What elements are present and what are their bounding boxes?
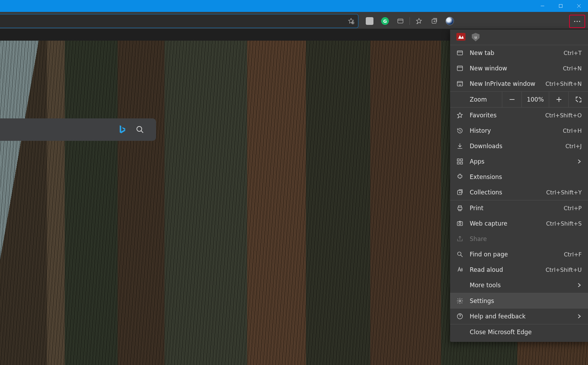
share-icon	[456, 235, 463, 242]
menu-share: Share	[450, 231, 588, 247]
menu-help[interactable]: Help and feedback	[450, 309, 588, 324]
toolbar-actions: G	[362, 14, 584, 28]
chevron-right-icon	[577, 159, 582, 164]
settings-and-more-button[interactable]	[569, 15, 585, 28]
svg-point-20	[459, 300, 461, 302]
read-aloud-icon	[456, 266, 463, 273]
new-window-icon	[456, 65, 463, 72]
menu-find[interactable]: Find on page Ctrl+F	[450, 247, 588, 262]
settings-icon	[456, 297, 463, 304]
extensions-icon	[456, 173, 463, 180]
collections-icon	[456, 189, 463, 196]
new-tab-icon	[456, 49, 463, 56]
svg-rect-2	[398, 19, 403, 23]
menu-new-tab[interactable]: New tab Ctrl+T	[450, 45, 588, 61]
svg-rect-16	[458, 207, 462, 210]
window-titlebar	[0, 0, 588, 12]
svg-rect-17	[457, 222, 463, 226]
web-capture-icon	[456, 220, 463, 227]
menu-zoom-row: Zoom 100%	[450, 91, 588, 108]
menu-shortcut: Ctrl+T	[564, 50, 582, 56]
zoom-label: Zoom	[450, 96, 502, 103]
collections-button[interactable]	[427, 14, 442, 28]
svg-rect-11	[457, 159, 460, 161]
history-icon	[456, 127, 463, 134]
zoom-in-button[interactable]	[549, 91, 568, 108]
menu-more-tools[interactable]: More tools	[450, 277, 588, 293]
extension-1-button[interactable]	[362, 14, 377, 28]
extension-grammarly-button[interactable]: G	[377, 14, 393, 28]
new-tab-search-box[interactable]	[0, 118, 156, 141]
menu-history[interactable]: History Ctrl+H	[450, 123, 588, 138]
menu-new-window[interactable]: New window Ctrl+N	[450, 61, 588, 76]
menu-settings[interactable]: Settings	[450, 293, 588, 309]
minimize-button[interactable]	[533, 0, 552, 12]
menu-read-aloud[interactable]: Read aloud Ctrl+Shift+U	[450, 262, 588, 277]
menu-print[interactable]: Print Ctrl+P	[450, 200, 588, 216]
zoom-out-button[interactable]	[502, 91, 522, 108]
address-bar[interactable]	[0, 14, 358, 28]
svg-rect-9	[457, 66, 463, 70]
close-window-button[interactable]	[570, 0, 588, 12]
favorites-icon	[456, 112, 463, 119]
svg-rect-12	[461, 159, 463, 161]
svg-point-18	[459, 223, 461, 225]
downloads-icon	[456, 143, 463, 150]
svg-point-7	[137, 126, 142, 131]
settings-and-more-menu: u New tab Ctrl+T New window Ctrl+N New I…	[450, 29, 588, 342]
menu-label: New tab	[470, 49, 557, 56]
svg-rect-14	[461, 162, 463, 164]
apps-icon	[456, 158, 463, 165]
pinned-extension-1-icon[interactable]	[456, 33, 465, 41]
pinned-extension-ublock-icon[interactable]: u	[472, 33, 479, 41]
extension-3-button[interactable]	[393, 14, 408, 28]
menu-close-edge[interactable]: Close Microsoft Edge	[450, 324, 588, 340]
svg-point-4	[574, 21, 575, 22]
toolbar-separator	[410, 17, 410, 25]
menu-extensions-row: u	[450, 29, 588, 45]
svg-point-5	[576, 21, 578, 22]
menu-apps[interactable]: Apps	[450, 154, 588, 169]
bing-icon	[118, 125, 126, 135]
svg-point-6	[579, 21, 580, 22]
favorites-button[interactable]	[411, 14, 427, 28]
profile-avatar[interactable]	[442, 14, 457, 28]
inprivate-icon	[456, 80, 463, 87]
svg-rect-13	[457, 162, 460, 164]
search-icon[interactable]	[136, 125, 144, 134]
svg-rect-0	[559, 5, 562, 8]
menu-collections[interactable]: Collections Ctrl+Shift+Y	[450, 185, 588, 200]
find-icon	[456, 251, 463, 258]
add-favorite-icon[interactable]	[348, 18, 355, 25]
chevron-right-icon	[577, 283, 582, 288]
svg-point-19	[457, 252, 461, 255]
menu-extensions[interactable]: Extensions	[450, 169, 588, 185]
chevron-right-icon	[577, 314, 582, 319]
zoom-value: 100%	[522, 91, 549, 108]
print-icon	[456, 205, 463, 212]
menu-favorites[interactable]: Favorites Ctrl+Shift+O	[450, 108, 588, 123]
menu-web-capture[interactable]: Web capture Ctrl+Shift+S	[450, 216, 588, 231]
menu-new-inprivate[interactable]: New InPrivate window Ctrl+Shift+N	[450, 76, 588, 91]
fullscreen-button[interactable]	[568, 91, 588, 108]
menu-downloads[interactable]: Downloads Ctrl+J	[450, 138, 588, 154]
help-icon	[456, 313, 463, 320]
maximize-button[interactable]	[552, 0, 570, 12]
svg-rect-8	[457, 51, 463, 55]
